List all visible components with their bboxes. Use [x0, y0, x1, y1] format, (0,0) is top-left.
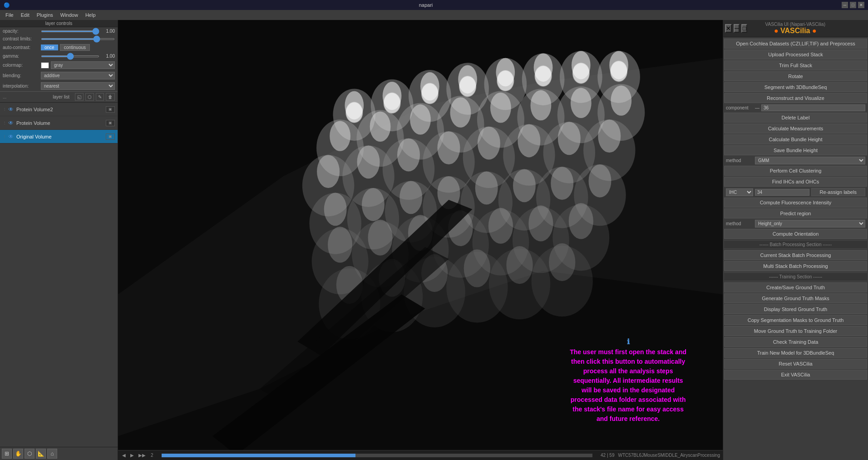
- maximize-button[interactable]: □: [850, 2, 856, 8]
- layer-item-protein-volume[interactable]: ⋮ 👁 Protein Volume ▣: [0, 116, 118, 130]
- exit-vascilia-button[interactable]: Exit VASCilia: [724, 370, 867, 380]
- grid-button[interactable]: ⊞: [2, 449, 12, 459]
- menu-edit[interactable]: Edit: [17, 11, 33, 19]
- component-label: component: [726, 105, 753, 110]
- svg-point-32: [571, 88, 592, 118]
- svg-point-92: [549, 243, 575, 281]
- layer-eye-icon-1[interactable]: 👁: [8, 120, 15, 126]
- svg-point-50: [598, 119, 621, 153]
- home-button[interactable]: ⌂: [47, 449, 57, 459]
- overlay-line7: the stack's file name for easy access: [572, 406, 684, 413]
- close-button[interactable]: ✕: [858, 2, 864, 8]
- layer-eye-icon-2[interactable]: 👁: [8, 134, 15, 140]
- reconstruct-visualize-button[interactable]: Reconstruct and Visualize: [724, 93, 867, 103]
- upload-stack-button[interactable]: Upload Processed Stack: [724, 49, 867, 59]
- svg-point-22: [370, 111, 391, 142]
- vascilia-brand-text: VASCilia: [780, 27, 810, 35]
- check-training-data-button[interactable]: Check Training Data: [724, 337, 867, 347]
- method2-label: method: [726, 221, 753, 226]
- add-points-button[interactable]: ⬡: [85, 93, 94, 101]
- trim-stack-button[interactable]: Trim Full Stack: [724, 60, 867, 70]
- ruler-button[interactable]: 📐: [36, 449, 46, 459]
- menu-file[interactable]: File: [2, 11, 17, 19]
- svg-point-95: [421, 83, 438, 104]
- reset-vascilia-button[interactable]: Reset VASCilia: [724, 359, 867, 369]
- multi-stack-batch-button[interactable]: Multi Stack Batch Processing: [724, 261, 867, 271]
- method2-select[interactable]: Height_only Full: [755, 220, 865, 228]
- menu-plugins[interactable]: Plugins: [33, 11, 57, 19]
- bottom-toolbar: ⊞ ✋ ⬡ 📐 ⌂: [0, 447, 118, 460]
- layer-item-protein-volume2[interactable]: ⋮ 👁 Protein Volume2 ▣: [0, 103, 118, 116]
- segment-3dbundle-button[interactable]: Segment with 3DBundleSeq: [724, 82, 867, 92]
- once-button[interactable]: once: [41, 45, 58, 50]
- canvas-area[interactable]: ℹ The user must first open the stack and…: [118, 20, 723, 460]
- menu-help[interactable]: Help: [82, 11, 99, 19]
- blending-select[interactable]: additive translucent opaque: [41, 72, 115, 79]
- nav-prev-button[interactable]: ◀: [121, 452, 127, 458]
- rotate-button[interactable]: Rotate: [724, 71, 867, 81]
- delete-label-button[interactable]: Delete Label: [724, 113, 867, 123]
- right-panel-max-button[interactable]: □: [741, 24, 747, 33]
- svg-point-40: [397, 138, 420, 172]
- progress-bar[interactable]: [162, 454, 593, 457]
- find-ihcs-ohcs-button[interactable]: Find IHCs and OHCs: [724, 177, 867, 187]
- calculate-measurements-button[interactable]: Calculate Measurements: [724, 124, 867, 134]
- generate-masks-button[interactable]: Generate Ground Truth Masks: [724, 293, 867, 303]
- opacity-slider[interactable]: [41, 30, 99, 32]
- calculate-bundle-height-button[interactable]: Calculate Bundle Height: [724, 134, 867, 144]
- gamma-slider[interactable]: [41, 55, 99, 57]
- nav-next-button[interactable]: ▶▶: [137, 452, 147, 458]
- train-new-model-button[interactable]: Train New Model for 3DBundleSeq: [724, 348, 867, 358]
- copy-segmentation-masks-button[interactable]: Copy Segmentation Masks to Ground Truth: [724, 315, 867, 325]
- continuous-button[interactable]: continuous: [60, 44, 90, 51]
- minimize-button[interactable]: ─: [842, 2, 848, 8]
- create-save-ground-truth-button[interactable]: Create/Save Ground Truth: [724, 282, 867, 292]
- component-input[interactable]: [761, 104, 865, 111]
- menu-window[interactable]: Window: [57, 11, 82, 19]
- right-panel-close-button[interactable]: ✕: [725, 24, 732, 33]
- colormap-select[interactable]: gray viridis magma: [51, 61, 115, 69]
- interpolation-select[interactable]: nearest linear cubic: [41, 82, 115, 90]
- svg-point-90: [506, 246, 533, 284]
- svg-point-99: [572, 63, 589, 84]
- auto-contrast-label: auto-contrast:: [3, 45, 39, 50]
- transform-button[interactable]: ⬡: [25, 449, 35, 459]
- layer-type-icon-0: ▣: [106, 106, 115, 113]
- svg-point-98: [535, 66, 552, 87]
- overlay-line4: sequentially. All intermediate results: [573, 377, 683, 384]
- right-panel-content: Open Cochlea Datasets (CZI,LIF,TIF) and …: [723, 37, 868, 381]
- predict-region-button[interactable]: Predict region: [724, 208, 867, 218]
- window-controls[interactable]: ─ □ ✕: [842, 2, 864, 8]
- svg-point-80: [569, 203, 593, 239]
- vascilia-dot-left: ●: [774, 27, 779, 35]
- svg-point-94: [384, 93, 400, 114]
- add-shapes-button[interactable]: ◱: [75, 93, 84, 101]
- open-cochlea-button[interactable]: Open Cochlea Datasets (CZI,LIF,TIF) and …: [724, 39, 867, 49]
- reassign-labels-button[interactable]: Re-assign labels: [811, 188, 866, 196]
- layer-eye-icon[interactable]: 👁: [8, 106, 15, 113]
- title-text: napari: [10, 2, 842, 8]
- perform-cell-clustering-button[interactable]: Perform Cell Clustering: [724, 166, 867, 176]
- add-polygons-button[interactable]: ✎: [96, 93, 104, 101]
- pan-button[interactable]: ✋: [13, 449, 23, 459]
- save-bundle-height-button[interactable]: Save Bundle Height: [724, 145, 867, 155]
- svg-point-46: [518, 124, 540, 158]
- ihc-select[interactable]: IHC OHC: [726, 188, 753, 196]
- right-panel-min-button[interactable]: ─: [734, 24, 740, 33]
- ihc-input[interactable]: [755, 189, 809, 196]
- current-stack-batch-button[interactable]: Current Stack Batch Processing: [724, 250, 867, 260]
- contrast-slider[interactable]: [41, 38, 115, 40]
- more-options-label: ...: [3, 94, 51, 99]
- layer-item-original-volume[interactable]: ⋮ 👁 Original Volume ▣: [0, 130, 118, 143]
- compute-orientation-button[interactable]: Compute Orientation: [724, 229, 867, 239]
- display-stored-ground-button[interactable]: Display Stored Ground Truth: [724, 304, 867, 314]
- colormap-swatch: [41, 62, 49, 69]
- method-select[interactable]: GMM KMeans: [755, 157, 865, 164]
- compute-fluorescence-button[interactable]: Compute Fluorescence Intensity: [724, 198, 867, 208]
- nav-play-button[interactable]: ▶: [129, 452, 135, 458]
- vascilia-brand: VASCilia UI (Napari-VASCilia) ● VASCilia…: [747, 22, 843, 35]
- move-ground-truth-button[interactable]: Move Ground Truth to Training Folder: [724, 326, 867, 336]
- overlay-line8: and future reference.: [597, 415, 660, 422]
- delete-layer-button[interactable]: 🗑: [106, 93, 115, 101]
- blending-row: blending: additive translucent opaque: [0, 70, 118, 81]
